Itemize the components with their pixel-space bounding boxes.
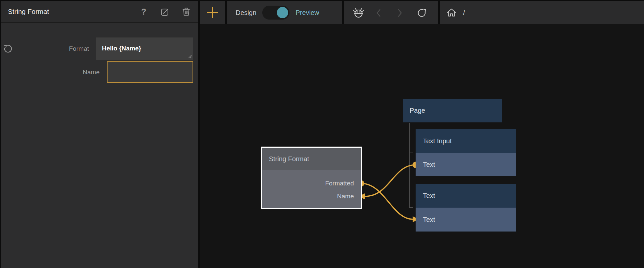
node-text-input-port-row[interactable]: Text	[416, 153, 516, 176]
node-text-port-label: Text	[423, 216, 435, 224]
node-page-title: Page	[410, 107, 425, 114]
property-panel-body: Format Hello {Name} Name	[1, 23, 198, 268]
panel-header-actions: ?	[139, 7, 191, 16]
app-window: String Format ?	[0, 0, 644, 268]
help-icon: ?	[141, 8, 146, 16]
node-string-format-title: String Format	[269, 155, 309, 163]
format-label: Format	[1, 45, 89, 52]
help-button[interactable]: ?	[139, 7, 148, 16]
breadcrumb-path[interactable]: /	[463, 1, 465, 24]
trash-icon	[182, 7, 191, 16]
wire-formatted-to-text[interactable]	[358, 180, 419, 223]
node-text-input-port-label: Text	[423, 161, 435, 168]
format-input[interactable]: Hello {Name}	[96, 37, 193, 60]
debug-nav-section	[344, 1, 438, 24]
editor-area: Design Preview	[200, 1, 644, 268]
debug-button[interactable]	[352, 6, 365, 20]
wire-textinput-to-name[interactable]	[359, 162, 419, 200]
top-toolbar: Design Preview	[200, 1, 644, 24]
port-formatted[interactable]: Formatted	[287, 179, 354, 188]
breadcrumb-section: /	[440, 1, 644, 24]
name-input[interactable]	[107, 61, 193, 83]
node-text-port-row[interactable]: Text	[416, 208, 516, 232]
node-text[interactable]: Text Text	[416, 184, 516, 232]
preview-mode-label[interactable]: Preview	[295, 9, 319, 17]
resize-handle[interactable]	[188, 54, 192, 59]
nav-back-icon	[376, 9, 381, 17]
home-icon	[446, 8, 456, 17]
node-text-input-header[interactable]: Text Input	[416, 129, 516, 153]
name-label: Name	[1, 69, 100, 76]
refresh-icon	[417, 8, 427, 18]
node-text-header[interactable]: Text	[416, 184, 516, 208]
property-panel: String Format ?	[1, 1, 200, 268]
delete-button[interactable]	[182, 7, 191, 16]
add-node-section	[200, 1, 225, 24]
edit-icon	[161, 7, 170, 16]
node-page[interactable]: Page	[403, 99, 502, 122]
node-page-header: Page	[403, 99, 502, 122]
home-button[interactable]	[446, 8, 456, 17]
node-text-input-title: Text Input	[423, 137, 452, 145]
node-text-title: Text	[423, 192, 435, 200]
design-mode-label[interactable]: Design	[236, 9, 256, 17]
toggle-knob	[277, 7, 288, 18]
panel-title: String Format	[8, 8, 49, 16]
property-panel-header: String Format ?	[1, 1, 198, 23]
node-canvas[interactable]: Page Text Input Text Text Text	[200, 24, 644, 268]
design-preview-toggle[interactable]	[262, 6, 289, 20]
nav-forward-button[interactable]	[398, 9, 402, 17]
node-text-input[interactable]: Text Input Text	[416, 129, 516, 176]
nav-forward-icon	[398, 9, 402, 17]
bug-icon	[352, 6, 365, 20]
edit-button[interactable]	[160, 7, 170, 16]
refresh-button[interactable]	[417, 8, 427, 18]
plus-icon	[207, 7, 218, 18]
format-field-wrap: Hello {Name}	[96, 37, 193, 60]
add-node-button[interactable]	[206, 6, 219, 19]
mode-toggle-section: Design Preview	[227, 1, 342, 24]
node-string-format[interactable]: String Format Formatted Name	[261, 147, 362, 209]
node-string-format-header: String Format	[262, 148, 361, 170]
port-name[interactable]: Name	[287, 192, 354, 201]
nav-back-button[interactable]	[376, 9, 381, 17]
